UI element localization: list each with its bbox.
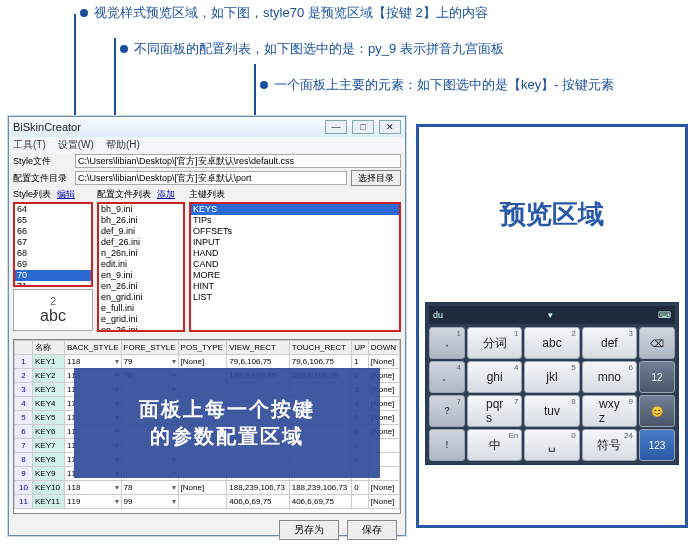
preview-panel: 预览区域 du ▾ ⌨ 1，1分词2abc3def⌫4。4ghi5jkl6mno… xyxy=(416,124,688,528)
list-item[interactable]: bh_9.ini xyxy=(99,204,183,215)
list-item[interactable]: CAND xyxy=(191,259,399,270)
save-as-button[interactable]: 另存为 xyxy=(279,520,339,540)
window-title: BiSkinCreator xyxy=(13,121,81,133)
list-item[interactable]: KEYS xyxy=(191,204,399,215)
keypad-key[interactable]: 123 xyxy=(639,429,675,461)
menubar: 工具(T) 设置(W) 帮助(H) xyxy=(9,137,405,153)
keypad-key[interactable]: 😊 xyxy=(639,395,675,427)
style-file-label: Style文件 xyxy=(13,155,71,168)
annotation-3: 一个面板上主要的元素：如下图选中的是【key】- 按键元素 xyxy=(260,76,690,94)
list-item[interactable]: TIPs xyxy=(191,215,399,226)
list-item[interactable]: e_full.ini xyxy=(99,303,183,314)
list-item[interactable]: MORE xyxy=(191,270,399,281)
list-item[interactable]: INPUT xyxy=(191,237,399,248)
list-item[interactable]: 66 xyxy=(15,226,91,237)
list-item[interactable]: en_26.ini xyxy=(99,281,183,292)
list-item[interactable]: def_26.ini xyxy=(99,237,183,248)
table-row[interactable]: 11KEY1111999406,6,69,75406,6,69,75[None] xyxy=(15,495,400,509)
minimize-button[interactable]: — xyxy=(325,120,347,134)
list-item[interactable]: 69 xyxy=(15,259,91,270)
list-item[interactable]: HINT xyxy=(191,281,399,292)
annotation-2: 不同面板的配置列表，如下图选中的是：py_9 表示拼音九宫面板 xyxy=(120,40,690,58)
list-item[interactable]: 68 xyxy=(15,248,91,259)
keypad-key[interactable]: En中 xyxy=(467,429,522,461)
list-item[interactable]: HAND xyxy=(191,248,399,259)
keypad-key[interactable]: 9wxy z xyxy=(582,395,637,427)
list-item[interactable]: 70 xyxy=(15,270,91,281)
list-item[interactable]: 65 xyxy=(15,215,91,226)
list-item[interactable]: e_grid.ini xyxy=(99,314,183,325)
config-dir-label: 配置文件目录 xyxy=(13,172,71,185)
properties-table-wrap: 名称BACK_STYLEFORE_STYLEPOS_TYPEVIEW_RECTT… xyxy=(13,339,401,514)
select-dir-button[interactable]: 选择目录 xyxy=(351,170,401,186)
ime-collapse-icon[interactable]: ▾ xyxy=(548,310,553,320)
keypad-key[interactable]: 3def xyxy=(582,327,637,359)
keypad-key[interactable]: 5jkl xyxy=(524,361,579,393)
keypad-key[interactable]: 0␣ xyxy=(524,429,579,461)
list-item[interactable]: 64 xyxy=(15,204,91,215)
preview-abc: abc xyxy=(40,307,66,325)
list-item[interactable]: OFFSETs xyxy=(191,226,399,237)
keypad-key[interactable]: 7pqr s xyxy=(467,395,522,427)
ime-keyboard-icon[interactable]: ⌨ xyxy=(658,310,671,320)
annotation-1: 视觉样式预览区域，如下图，style70 是预览区域【按键 2】上的内容 xyxy=(80,4,690,22)
list-item[interactable]: def_9.ini xyxy=(99,226,183,237)
config-dir-input[interactable] xyxy=(75,171,347,185)
edit-link[interactable]: 编辑 xyxy=(57,188,75,201)
window-controls: — □ ✕ xyxy=(323,120,401,134)
keypad-key[interactable]: ⌫ xyxy=(639,327,675,359)
keypad-key[interactable]: 4。 xyxy=(429,361,465,393)
keypad-key[interactable]: 24符号 xyxy=(582,429,637,461)
main-list-header: 主键列表 xyxy=(189,188,225,201)
main-listbox[interactable]: KEYSTIPsOFFSETsINPUTHANDCANDMOREHINTLIST xyxy=(189,202,401,332)
table-row[interactable]: 1KEY111879[None]79,6,106,7579,6,106,751[… xyxy=(15,355,400,369)
table-overlay-caption: 面板上每一个按键 的参数配置区域 xyxy=(74,368,380,478)
preview-number: 2 xyxy=(50,295,56,307)
keypad-key[interactable]: 6mno xyxy=(582,361,637,393)
table-row[interactable]: 10KEY1011878[None]188,239,106,73188,239,… xyxy=(15,481,400,495)
save-button[interactable]: 保存 xyxy=(347,520,397,540)
maximize-button[interactable]: □ xyxy=(352,120,374,134)
style-file-input[interactable] xyxy=(75,154,401,168)
style-preview: 2 abc xyxy=(13,289,93,331)
keypad-key[interactable]: 12 xyxy=(639,361,675,393)
add-link[interactable]: 添加 xyxy=(157,188,175,201)
ime-logo[interactable]: du xyxy=(433,310,443,320)
keypad-key[interactable]: 2abc xyxy=(524,327,579,359)
app-window: BiSkinCreator — □ ✕ 工具(T) 设置(W) 帮助(H) St… xyxy=(8,116,406,536)
menu-settings[interactable]: 设置(W) xyxy=(58,138,94,152)
menu-help[interactable]: 帮助(H) xyxy=(106,138,140,152)
list-item[interactable]: 67 xyxy=(15,237,91,248)
list-item[interactable]: n_26n.ini xyxy=(99,248,183,259)
list-item[interactable]: edit.ini xyxy=(99,259,183,270)
style-listbox[interactable]: 64656667686970717273 xyxy=(13,202,93,287)
titlebar: BiSkinCreator — □ ✕ xyxy=(9,117,405,137)
keypad-key[interactable]: 4ghi xyxy=(467,361,522,393)
menu-tools[interactable]: 工具(T) xyxy=(13,138,46,152)
config-list-header: 配置文件列表 xyxy=(97,188,151,201)
style-list-header: Style列表 xyxy=(13,188,51,201)
list-item[interactable]: en_9.ini xyxy=(99,270,183,281)
keypad: du ▾ ⌨ 1，1分词2abc3def⌫4。4ghi5jkl6mno127？7… xyxy=(425,302,679,465)
keypad-key[interactable]: 1分词 xyxy=(467,327,522,359)
list-item[interactable]: LIST xyxy=(191,292,399,303)
keypad-key[interactable]: 7？ xyxy=(429,395,465,427)
preview-title: 预览区域 xyxy=(419,127,685,302)
list-item[interactable]: en_grid.ini xyxy=(99,292,183,303)
list-item[interactable]: en_26.ini xyxy=(99,325,183,332)
keypad-key[interactable]: 8tuv xyxy=(524,395,579,427)
list-item[interactable]: 71 xyxy=(15,281,91,287)
config-listbox[interactable]: bh_9.inibh_26.inidef_9.inidef_26.inin_26… xyxy=(97,202,185,332)
keypad-key[interactable]: 1， xyxy=(429,327,465,359)
list-item[interactable]: bh_26.ini xyxy=(99,215,183,226)
keypad-key[interactable]: ！ xyxy=(429,429,465,461)
close-button[interactable]: ✕ xyxy=(379,120,401,134)
